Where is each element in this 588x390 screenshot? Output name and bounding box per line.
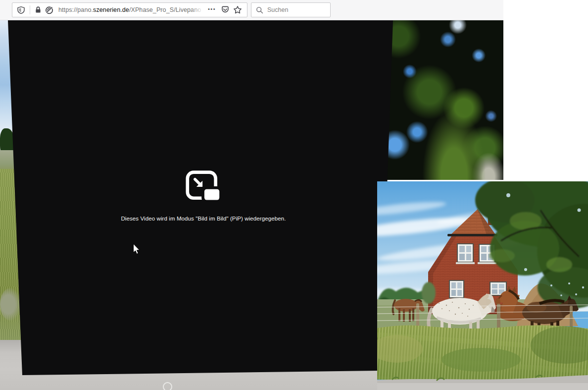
search-box[interactable]: [251, 2, 331, 17]
urlbar-separator: [30, 5, 30, 14]
pip-floating-window[interactable]: [377, 181, 588, 390]
panorama-grass-tuft: [0, 288, 21, 321]
picture-in-picture-icon: [186, 170, 221, 204]
url-prefix: https://pano.: [58, 6, 93, 13]
pip-message-text: Dieses Video wird im Modus "Bild im Bild…: [55, 216, 352, 222]
panorama-control-ring[interactable]: [163, 382, 172, 390]
bookmark-star-icon[interactable]: [233, 5, 242, 14]
autoplay-blocked-icon[interactable]: [45, 5, 54, 15]
url-text[interactable]: https://pano.szenerien.de/XPhase_Pro_S/L…: [58, 6, 206, 13]
page-actions-dots-icon[interactable]: •••: [208, 6, 216, 12]
secure-connection-lock-icon[interactable]: [34, 6, 42, 14]
address-bar[interactable]: https://pano.szenerien.de/XPhase_Pro_S/L…: [12, 2, 247, 17]
panorama-foliage-top-right: [380, 20, 503, 180]
mouse-cursor: [133, 243, 141, 255]
url-fade-overlay: [191, 6, 206, 13]
browser-toolbar: https://pano.szenerien.de/XPhase_Pro_S/L…: [0, 0, 503, 20]
pip-video-frame-house-with-horses: [377, 181, 588, 390]
search-icon: [256, 6, 263, 14]
url-domain: szenerien.de: [93, 6, 129, 13]
search-input[interactable]: [267, 6, 322, 13]
url-path: /XPhase_Pro_S/Livepano: [129, 6, 201, 13]
pip-message-block: Dieses Video wird im Modus "Bild im Bild…: [55, 170, 352, 222]
tracking-protection-shield-icon[interactable]: [17, 6, 25, 14]
pocket-icon[interactable]: [221, 5, 230, 14]
